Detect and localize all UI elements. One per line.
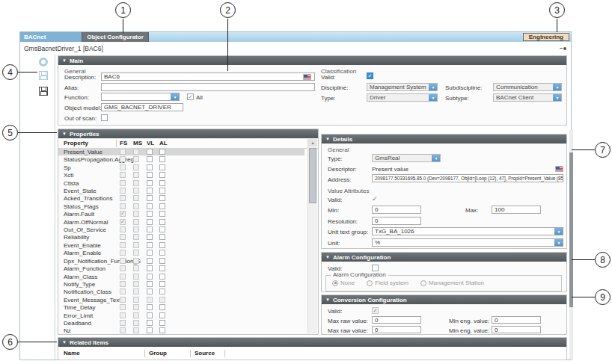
function-dropdown[interactable]: ▼ — [101, 93, 180, 101]
chevron-down-icon[interactable]: ▼ — [553, 93, 562, 102]
section-conversion-header[interactable]: ▼ Conversion Configuration — [322, 295, 566, 304]
right-scrollbar[interactable] — [569, 129, 573, 360]
property-row[interactable]: Deadband — [58, 319, 305, 327]
all-checkbox[interactable] — [187, 93, 194, 100]
col-vl[interactable]: VL — [147, 140, 154, 146]
col-al[interactable]: AL — [159, 140, 168, 146]
min-input[interactable]: 0 — [372, 206, 421, 214]
col-property[interactable]: Property — [64, 140, 88, 146]
property-row[interactable]: Acked_Transitions — [58, 194, 305, 202]
checkbox-vl[interactable] — [147, 195, 153, 201]
checkbox-al[interactable] — [159, 188, 165, 194]
checkbox-al[interactable] — [159, 312, 165, 318]
checkbox-al[interactable] — [159, 156, 165, 162]
checkbox-vl[interactable] — [147, 180, 153, 186]
checkbox-al[interactable] — [159, 242, 165, 248]
circle-icon[interactable] — [39, 58, 48, 67]
col-source[interactable]: Source — [195, 350, 215, 357]
resolution-input[interactable]: 0 — [372, 217, 421, 225]
checkbox-vl[interactable] — [147, 203, 153, 209]
min-eng-value-input[interactable]: 0 — [492, 316, 541, 324]
property-row[interactable]: Status_Flags — [58, 203, 305, 210]
checkbox-al[interactable] — [159, 304, 165, 310]
property-row[interactable]: StatusPropagation.Aggregat — [58, 155, 305, 163]
checkbox-al[interactable] — [159, 265, 165, 271]
checkbox-al[interactable] — [159, 258, 165, 264]
tab-bacnet[interactable]: BACnet — [20, 32, 82, 42]
checkbox-al[interactable] — [159, 195, 165, 201]
save-all-icon[interactable] — [39, 87, 48, 96]
checkbox-al[interactable] — [159, 164, 165, 170]
col-group[interactable]: Group — [149, 350, 167, 357]
checkbox-vl[interactable] — [147, 320, 153, 326]
checkbox-vl[interactable] — [147, 312, 153, 318]
checkbox-vl[interactable] — [147, 211, 153, 217]
chevron-down-icon[interactable]: ▼ — [432, 154, 441, 162]
checkbox-vl[interactable] — [147, 274, 153, 280]
checkbox-vl[interactable] — [147, 281, 153, 287]
scrollbar-thumb[interactable] — [569, 152, 573, 307]
alias-input[interactable] — [101, 83, 315, 91]
property-row[interactable]: Alarm_Class — [58, 273, 305, 280]
out-of-scan-checkbox[interactable] — [101, 114, 108, 121]
pin-icon[interactable] — [560, 47, 566, 50]
checkbox-vl[interactable] — [147, 156, 153, 162]
property-row[interactable]: Event_State — [58, 187, 305, 194]
checkbox-al[interactable] — [159, 203, 165, 209]
col-fs[interactable]: FS — [120, 140, 127, 146]
chevron-down-icon[interactable]: ▼ — [553, 83, 562, 91]
section-details-header[interactable]: ▼ Details — [322, 135, 566, 144]
save-icon[interactable] — [39, 71, 48, 80]
engineering-mode-button[interactable]: Engineering — [523, 33, 569, 41]
checkbox-vl[interactable] — [147, 188, 153, 194]
property-row[interactable]: Nz — [58, 327, 305, 333]
col-name[interactable]: Name — [64, 350, 80, 357]
chevron-down-icon[interactable]: ▼ — [429, 93, 438, 102]
max-input[interactable]: 100 — [492, 206, 541, 214]
checkbox-vl[interactable] — [147, 149, 153, 155]
radio-option[interactable]: Field system — [367, 280, 408, 286]
chevron-down-icon[interactable]: ▼ — [429, 83, 438, 91]
checkbox-al[interactable] — [159, 219, 165, 225]
property-row[interactable]: Alarm.Fault — [58, 210, 305, 218]
property-row[interactable]: Alarm_Function — [58, 265, 305, 272]
checkbox-vl[interactable] — [147, 304, 153, 310]
property-row[interactable]: Reliability — [58, 233, 305, 241]
checkbox-vl[interactable] — [147, 327, 153, 333]
properties-scrollbar[interactable]: ▲ — [307, 139, 317, 333]
scrollbar-thumb[interactable] — [309, 148, 316, 203]
max-raw-value-input[interactable]: 0 — [372, 326, 421, 333]
checkbox-vl[interactable] — [147, 164, 153, 170]
property-row[interactable]: Ctlsta — [58, 179, 305, 187]
checkbox-al[interactable] — [159, 180, 165, 186]
alarm-valid-checkbox[interactable] — [372, 265, 379, 271]
checkbox-al[interactable] — [159, 172, 165, 178]
property-row[interactable]: Time_Delay — [58, 303, 305, 311]
chevron-down-icon[interactable]: ▼ — [554, 227, 563, 235]
section-properties-header[interactable]: ▼ Properties — [58, 129, 318, 138]
property-row[interactable]: Event_Enable — [58, 241, 305, 249]
checkbox-al[interactable] — [159, 274, 165, 280]
subtype-dropdown[interactable]: BACnet Client ▼ — [493, 93, 562, 102]
checkbox-vl[interactable] — [147, 258, 153, 264]
property-row[interactable]: Present_Value — [58, 148, 305, 155]
chevron-down-icon[interactable]: ▼ — [554, 238, 563, 247]
unit-dropdown[interactable]: % ▼ — [372, 238, 563, 247]
tab-object-configurator[interactable]: Object Configurator — [82, 32, 149, 42]
address-input[interactable]: 2098177.50331695.85.0 (Dev=2098177, ObjI… — [372, 174, 563, 182]
section-related-header[interactable]: ▼ Related Items — [58, 338, 566, 347]
radio-option[interactable]: None — [332, 280, 355, 286]
checkbox-al[interactable] — [159, 250, 165, 256]
chevron-down-icon[interactable]: ▼ — [171, 93, 180, 101]
checkbox-vl[interactable] — [147, 234, 153, 240]
max-raw-value-input[interactable]: 0 — [372, 316, 421, 324]
checkbox-al[interactable] — [159, 320, 165, 326]
classification-valid-checkbox[interactable] — [367, 73, 373, 79]
scroll-up-icon[interactable]: ▲ — [308, 139, 317, 146]
details-type-dropdown[interactable]: GmsReal ▼ — [372, 154, 441, 162]
checkbox-vl[interactable] — [147, 172, 153, 178]
property-row[interactable]: Sp — [58, 164, 305, 171]
property-row[interactable]: Alarm.OffNormal — [58, 218, 305, 226]
checkbox-al[interactable] — [159, 149, 165, 155]
flag-icon[interactable] — [303, 74, 311, 80]
